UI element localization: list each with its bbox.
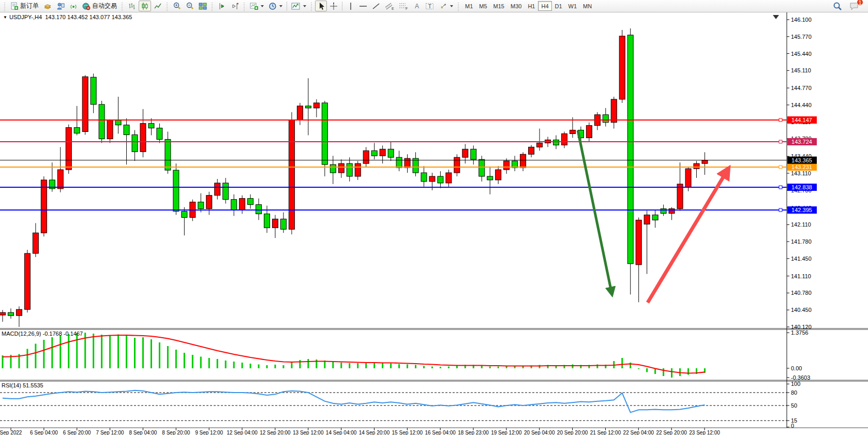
green-down-arrow[interactable] (578, 130, 612, 294)
bear-candle (223, 183, 229, 200)
bear-candle (248, 199, 253, 205)
equidistant-channel-icon: E (385, 2, 394, 10)
auto-scroll-button[interactable] (216, 1, 228, 11)
trendline-tool-button[interactable] (370, 1, 382, 11)
trendline-icon (372, 2, 380, 10)
bear-candle (471, 149, 476, 159)
svg-text:0.00: 0.00 (791, 365, 802, 371)
toolbar-grip[interactable] (166, 2, 169, 11)
time-label: 8 Sep 04:00 (129, 430, 157, 435)
navigator-button[interactable] (54, 1, 67, 11)
chart-window[interactable]: 146.100145.770145.440145.110144.770144.4… (0, 12, 868, 435)
tab-timeframe-m1[interactable]: M1 (462, 1, 476, 11)
notifications-button[interactable]: 1 (847, 1, 861, 11)
tab-timeframe-h1[interactable]: H1 (525, 1, 538, 11)
crosshair-tool-button[interactable] (327, 1, 340, 11)
zoom-in-button[interactable] (171, 1, 183, 11)
arrows-tool-button[interactable] (437, 1, 455, 11)
price-chart-canvas[interactable]: 146.100145.770145.440145.110144.770144.4… (0, 12, 868, 435)
price-tag: 143.724 (787, 138, 817, 145)
toolbar: 新订单 自动交易 (0, 0, 868, 12)
toolbar-grip[interactable] (121, 2, 124, 11)
signals-button[interactable] (67, 1, 80, 11)
macd-bar (291, 362, 292, 369)
new-order-label: 新订单 (20, 2, 39, 10)
auto-trading-button[interactable]: 自动交易 (80, 1, 119, 11)
bull-candle (504, 161, 510, 170)
tab-timeframe-m15[interactable]: M15 (490, 1, 507, 11)
macd-bar (489, 367, 491, 369)
bull-candle (289, 120, 294, 230)
hline-tool-button[interactable] (357, 1, 369, 11)
time-label: 16 Sep 04:00 (425, 430, 456, 435)
tab-timeframe-d1[interactable]: D1 (552, 1, 565, 11)
bull-candle (694, 163, 699, 169)
macd-indicator-title: MACD(12,26,9) -0.1768 -0.1467 (2, 331, 83, 337)
line-chart-icon (154, 2, 162, 10)
bear-candle (173, 170, 179, 211)
market-watch-button[interactable] (41, 1, 54, 11)
search-button[interactable] (831, 1, 844, 11)
macd-bar (687, 368, 689, 375)
macd-bar (175, 350, 177, 368)
tab-timeframe-h4[interactable]: H4 (538, 1, 551, 11)
tab-timeframe-m30[interactable]: M30 (507, 1, 525, 11)
svg-text:E: E (392, 7, 394, 10)
chart-expand-icon[interactable]: ▼ (3, 15, 7, 20)
macd-bar (448, 367, 450, 369)
vline-tool-button[interactable] (345, 1, 356, 11)
candlestick-chart-icon (141, 2, 149, 10)
bull-candle (561, 134, 567, 145)
bear-candle (157, 128, 162, 140)
svg-text:50: 50 (791, 402, 797, 409)
macd-bar (340, 363, 342, 368)
bull-candle (405, 158, 410, 168)
macd-bar (663, 368, 664, 376)
macd-bar (159, 342, 160, 368)
price-tag: 142.838 (787, 184, 817, 191)
navigator-icon (56, 2, 65, 10)
tab-timeframe-mn[interactable]: MN (580, 1, 595, 11)
bear-candle (421, 173, 427, 182)
bar-chart-button[interactable] (126, 1, 138, 11)
tab-timeframe-w1[interactable]: W1 (565, 1, 580, 11)
tab-timeframe-m5[interactable]: M5 (476, 1, 490, 11)
chart-shift-button[interactable] (229, 1, 241, 11)
line-chart-button[interactable] (152, 1, 164, 11)
macd-bar (498, 367, 499, 369)
bear-candle (553, 140, 559, 145)
red-up-arrow[interactable] (648, 169, 728, 303)
panel-separators[interactable] (0, 328, 868, 428)
toolbar-grip[interactable] (3, 2, 7, 11)
macd-bar (398, 364, 400, 368)
channel-tool-button[interactable]: E (383, 1, 396, 11)
macd-values: -0.1768 -0.1467 (42, 331, 83, 337)
macd-bar (365, 363, 367, 368)
text-label-tool-button[interactable]: T (423, 1, 437, 11)
fibonacci-tool-button[interactable]: F (397, 1, 410, 11)
toolbar-grip[interactable] (310, 2, 313, 11)
bear-candle (124, 125, 129, 135)
macd-bar (572, 365, 573, 369)
zoom-out-button[interactable] (184, 1, 196, 11)
bull-candle (611, 99, 617, 123)
toolbar-grip[interactable] (457, 2, 460, 11)
new-chart-button[interactable] (248, 1, 266, 11)
svg-text:146.100: 146.100 (791, 17, 812, 23)
svg-text:140.780: 140.780 (791, 290, 812, 296)
toolbar-grip[interactable] (211, 2, 214, 11)
macd-bar (258, 365, 260, 369)
text-tool-button[interactable]: A (411, 1, 423, 11)
time-axis: Sep 20226 Sep 04:006 Sep 20:007 Sep 12:0… (0, 428, 720, 435)
macd-bar (35, 344, 36, 369)
price-tag: 143.231 (787, 163, 817, 171)
toolbar-grip[interactable] (243, 2, 246, 11)
indicators-button[interactable] (289, 1, 308, 11)
bear-candle (627, 35, 633, 264)
candlestick-chart-button[interactable] (139, 1, 151, 11)
new-order-button[interactable]: 新订单 (8, 1, 41, 11)
macd-bar (266, 365, 268, 368)
tile-windows-button[interactable] (197, 1, 209, 11)
cursor-tool-button[interactable] (315, 1, 327, 11)
profiles-button[interactable] (266, 1, 285, 11)
